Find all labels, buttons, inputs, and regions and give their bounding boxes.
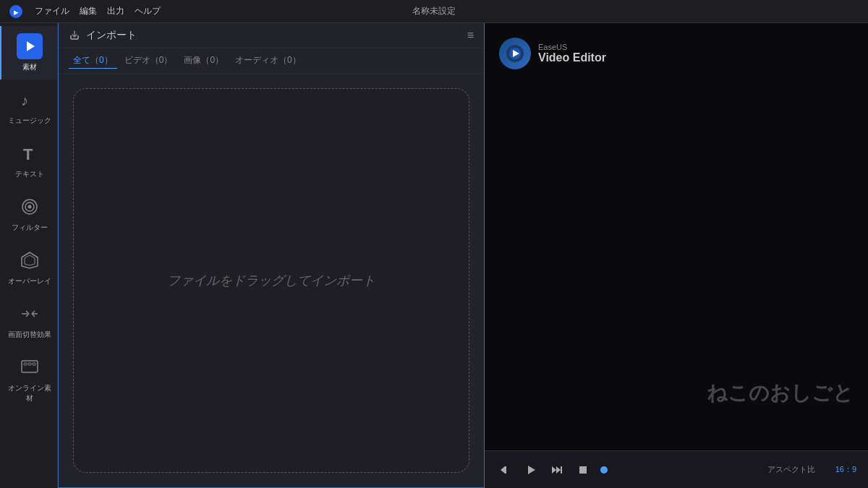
svg-rect-28 xyxy=(561,466,562,474)
content-panel: インポート ≡ 全て（0） ビデオ（0） 画像（0） オーディオ（0） ファイル… xyxy=(58,23,485,488)
play-button[interactable] xyxy=(522,461,540,479)
sidebar-label-transition: 画面切替効果 xyxy=(8,330,51,340)
tab-all[interactable]: 全て（0） xyxy=(69,53,117,69)
sidebar-label-text: テキスト xyxy=(15,169,44,179)
sidebar-label-overlay: オーバーレイ xyxy=(8,276,51,286)
preview-logo-area: EaseUS Video Editor xyxy=(499,38,606,69)
preview-area: EaseUS Video Editor ねこのおしごと xyxy=(485,23,868,450)
aspect-label: アスペクト比 xyxy=(767,464,815,475)
music-icon: ♪ xyxy=(17,87,43,113)
import-icon xyxy=(69,30,80,41)
menu-edit[interactable]: 編集 xyxy=(80,5,97,17)
title-bar: ▶ ファイル 編集 出力 ヘルプ 名称未設定 xyxy=(0,0,868,23)
svg-rect-29 xyxy=(579,466,587,474)
svg-marker-26 xyxy=(552,466,556,474)
sidebar-label-online: オンライン素材 xyxy=(6,383,53,403)
play-icon xyxy=(17,33,43,59)
menu-file[interactable]: ファイル xyxy=(35,5,69,17)
sidebar-label-music: ミュージック xyxy=(8,116,51,126)
logo-text-area: EaseUS Video Editor xyxy=(538,43,606,64)
svg-marker-8 xyxy=(22,252,38,268)
filter-icon xyxy=(17,194,43,220)
svg-point-7 xyxy=(27,205,31,209)
svg-rect-16 xyxy=(22,361,38,372)
watermark-text: ねこのおしごと xyxy=(707,380,854,407)
svg-text:T: T xyxy=(23,145,33,163)
tab-audio[interactable]: オーディオ（0） xyxy=(231,53,305,69)
online-icon xyxy=(17,354,43,380)
svg-rect-17 xyxy=(24,363,27,365)
transition-icon xyxy=(17,301,43,327)
logo-ve-text: Video Editor xyxy=(538,51,606,64)
title-bar-left: ▶ ファイル 編集 出力 ヘルプ xyxy=(9,4,161,19)
window-title: 名称未設定 xyxy=(412,5,456,17)
app-logo: ▶ xyxy=(9,4,23,19)
svg-marker-27 xyxy=(556,466,561,474)
sidebar-item-filter[interactable]: フィルター xyxy=(0,187,57,240)
tab-image[interactable]: 画像（0） xyxy=(179,53,228,69)
overlay-icon xyxy=(17,247,43,273)
menu-help[interactable]: ヘルプ xyxy=(135,5,161,17)
svg-rect-18 xyxy=(28,363,31,365)
svg-rect-19 xyxy=(33,363,35,365)
playback-controls: アスペクト比 16：9 xyxy=(485,450,868,488)
svg-marker-23 xyxy=(501,466,505,474)
svg-rect-24 xyxy=(505,466,506,474)
sidebar-item-transition[interactable]: 画面切替効果 xyxy=(0,294,57,347)
content-tabs: 全て（0） ビデオ（0） 画像（0） オーディオ（0） xyxy=(59,48,484,74)
drop-zone-container[interactable]: ファイルをドラッグしてインポート xyxy=(59,74,484,487)
menu-bar: ファイル 編集 出力 ヘルプ xyxy=(35,5,161,17)
tab-video[interactable]: ビデオ（0） xyxy=(120,53,177,69)
progress-dot xyxy=(600,466,608,474)
menu-output[interactable]: 出力 xyxy=(107,5,124,17)
logo-circle xyxy=(499,38,531,69)
svg-marker-2 xyxy=(27,41,35,51)
sidebar-item-sozai[interactable]: 素材 xyxy=(0,26,57,80)
text-icon: T xyxy=(17,140,43,166)
sidebar-item-music[interactable]: ♪ ミュージック xyxy=(0,80,57,133)
import-title: インポート xyxy=(86,29,137,42)
sidebar-item-text[interactable]: T テキスト xyxy=(0,133,57,187)
sidebar-label-filter: フィルター xyxy=(12,223,48,233)
svg-text:▶: ▶ xyxy=(14,9,19,16)
right-panel: EaseUS Video Editor ねこのおしごと xyxy=(485,23,868,488)
fast-forward-button[interactable] xyxy=(548,461,566,479)
drop-zone-text: ファイルをドラッグしてインポート xyxy=(167,272,375,289)
drop-zone[interactable]: ファイルをドラッグしてインポート xyxy=(73,88,469,473)
logo-easeus-text: EaseUS xyxy=(538,43,606,51)
sidebar-item-overlay[interactable]: オーバーレイ xyxy=(0,240,57,294)
easeus-logo: EaseUS Video Editor xyxy=(499,38,606,69)
sidebar-item-online[interactable]: オンライン素材 xyxy=(0,347,57,411)
main-layout: 素材 ♪ ミュージック T テキスト xyxy=(0,23,868,488)
stop-button[interactable] xyxy=(574,461,592,479)
content-title-area: インポート xyxy=(69,29,137,42)
svg-text:♪: ♪ xyxy=(21,93,28,108)
sidebar-label-sozai: 素材 xyxy=(22,62,37,72)
svg-marker-25 xyxy=(528,466,535,474)
menu-dots-button[interactable]: ≡ xyxy=(467,29,474,42)
left-sidebar: 素材 ♪ ミュージック T テキスト xyxy=(0,23,58,488)
svg-marker-9 xyxy=(25,255,35,265)
rewind-button[interactable] xyxy=(496,461,514,479)
content-header: インポート ≡ xyxy=(59,23,484,48)
aspect-value: 16：9 xyxy=(835,464,856,475)
